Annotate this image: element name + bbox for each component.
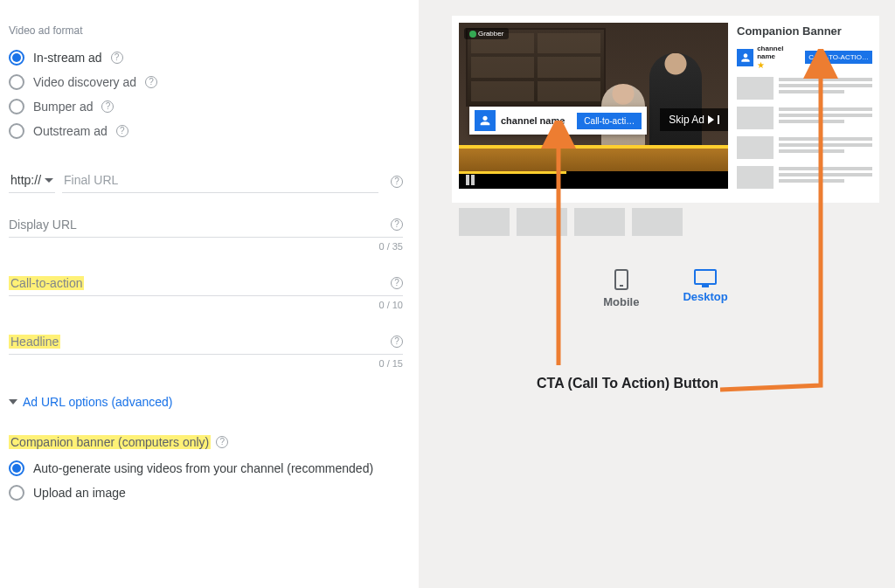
cta-counter: 0 / 10 (9, 300, 403, 310)
cta-field[interactable]: Call-to-action ? 0 / 10 (9, 276, 403, 310)
help-icon[interactable]: ? (101, 100, 114, 113)
radio-icon (9, 99, 24, 114)
avatar-icon (475, 110, 496, 131)
chevron-down-icon (45, 178, 53, 183)
help-icon[interactable]: ? (391, 218, 403, 231)
headline-label: Headline (9, 335, 60, 349)
radio-label: Bumper ad (33, 100, 93, 114)
video-scene: Grabber channel name Call-to-acti… Skip … (459, 23, 728, 171)
radio-label: Upload an image (33, 486, 126, 500)
overlay-card: channel name Call-to-acti… (469, 107, 647, 135)
protocol-select[interactable]: http:// (9, 169, 55, 193)
grabber-badge: Grabber (464, 28, 509, 39)
radio-icon (9, 460, 24, 476)
companion-sidebar: Companion Banner channel name ★ CALL-TO-… (737, 23, 872, 196)
headline-counter: 0 / 15 (9, 358, 403, 369)
radio-discovery[interactable]: Video discovery ad ? (9, 70, 403, 94)
pause-icon[interactable] (466, 175, 475, 185)
radio-label: Outstream ad (33, 124, 108, 138)
ad-url-options-label: Ad URL options (advanced) (23, 395, 172, 409)
annotation-cta-label: CTA (Call To Action) Button (537, 376, 718, 391)
radio-label: In-stream ad (33, 51, 102, 65)
phone-icon (614, 269, 628, 290)
video-preview: Grabber channel name Call-to-acti… Skip … (459, 23, 728, 189)
suggestion-skeleton (737, 107, 872, 129)
radio-companion-upload[interactable]: Upload an image (9, 481, 403, 505)
suggestion-skeleton (737, 77, 872, 100)
monitor-icon (694, 269, 717, 285)
help-icon[interactable]: ? (391, 336, 403, 348)
display-url-counter: 0 / 35 (9, 241, 403, 252)
radio-icon (9, 123, 24, 139)
radio-icon (9, 50, 24, 66)
star-icon: ★ (757, 60, 801, 70)
display-url-label: Display URL (9, 218, 77, 232)
help-icon[interactable]: ? (391, 277, 403, 289)
skip-ad-button[interactable]: Skip Ad (660, 108, 728, 131)
chevron-down-icon (9, 399, 17, 405)
device-mobile[interactable]: Mobile (603, 269, 639, 308)
help-icon[interactable]: ? (145, 76, 157, 88)
suggestion-skeleton (737, 166, 872, 189)
preview-card: Grabber channel name Call-to-acti… Skip … (452, 16, 879, 203)
bottom-thumbs (459, 208, 728, 236)
radio-icon (9, 485, 24, 501)
radio-icon (9, 74, 24, 90)
device-desktop[interactable]: Desktop (683, 269, 727, 308)
companion-banner-title: Companion Banner (737, 24, 872, 38)
overlay-cta-button[interactable]: Call-to-acti… (577, 113, 642, 129)
form-panel: Video ad format In-stream ad ? Video dis… (0, 0, 419, 588)
radio-companion-autogen[interactable]: Auto-generate using videos from your cha… (9, 456, 403, 481)
companion-channel-name: channel name (757, 45, 801, 60)
radio-label: Video discovery ad (33, 75, 136, 89)
companion-header-row: channel name ★ CALL-TO-ACTIO… (737, 45, 872, 70)
ad-url-options-toggle[interactable]: Ad URL options (advanced) (9, 395, 403, 409)
player-bar (459, 171, 728, 189)
radio-bumper[interactable]: Bumper ad ? (9, 94, 403, 119)
video-ad-format-label: Video ad format (9, 24, 403, 37)
help-icon[interactable]: ? (391, 176, 403, 188)
preview-panel: Grabber channel name Call-to-acti… Skip … (419, 0, 895, 588)
headline-field[interactable]: Headline ? 0 / 15 (9, 335, 403, 369)
play-icon (708, 115, 714, 124)
cta-label: Call-to-action (9, 276, 84, 290)
help-icon[interactable]: ? (116, 125, 128, 137)
help-icon[interactable]: ? (216, 436, 228, 448)
companion-banner-label: Companion banner (computers only) (9, 435, 211, 449)
help-icon[interactable]: ? (111, 52, 123, 64)
radio-outstream[interactable]: Outstream ad ? (9, 119, 403, 143)
overlay-channel-name: channel name (501, 115, 565, 126)
avatar-icon (737, 49, 753, 66)
radio-label: Auto-generate using videos from your cha… (33, 461, 373, 475)
companion-cta-button[interactable]: CALL-TO-ACTIO… (805, 51, 872, 64)
protocol-value: http:// (10, 173, 41, 187)
suggestion-skeleton (737, 136, 872, 159)
final-url-input[interactable] (62, 169, 378, 193)
radio-instream[interactable]: In-stream ad ? (9, 45, 403, 70)
display-url-field[interactable]: Display URL ? 0 / 35 (9, 218, 403, 252)
